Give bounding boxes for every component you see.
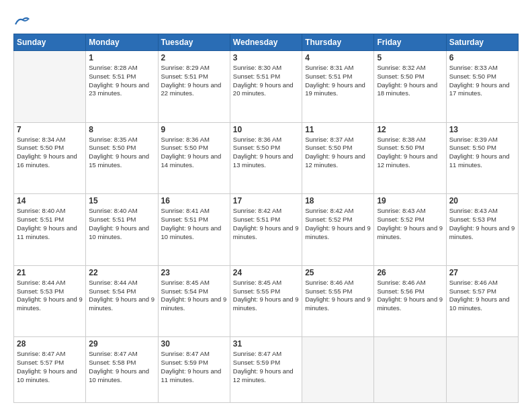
calendar-cell: 4Sunrise: 8:31 AMSunset: 5:51 PMDaylight…: [302, 51, 374, 123]
day-number: 10: [233, 125, 299, 134]
day-number: 24: [233, 268, 299, 277]
day-number: 17: [233, 196, 299, 205]
calendar-cell: 5Sunrise: 8:32 AMSunset: 5:50 PMDaylight…: [374, 51, 446, 123]
cell-info: Sunrise: 8:37 AMSunset: 5:50 PMDaylight:…: [305, 136, 371, 170]
calendar-cell: 29Sunrise: 8:47 AMSunset: 5:58 PMDayligh…: [86, 337, 158, 403]
cell-info: Sunrise: 8:47 AMSunset: 5:59 PMDaylight:…: [233, 350, 299, 384]
day-number: 23: [161, 268, 227, 277]
day-number: 8: [89, 125, 154, 134]
cell-info: Sunrise: 8:34 AMSunset: 5:50 PMDaylight:…: [17, 136, 83, 170]
calendar-cell: [14, 51, 86, 123]
calendar-week-1: 1Sunrise: 8:28 AMSunset: 5:51 PMDaylight…: [14, 51, 519, 123]
calendar-cell: 24Sunrise: 8:45 AMSunset: 5:55 PMDayligh…: [230, 265, 302, 337]
cell-info: Sunrise: 8:36 AMSunset: 5:50 PMDaylight:…: [233, 136, 299, 170]
cell-info: Sunrise: 8:43 AMSunset: 5:53 PMDaylight:…: [449, 207, 515, 241]
calendar-week-4: 21Sunrise: 8:44 AMSunset: 5:53 PMDayligh…: [14, 265, 519, 337]
weekday-header-sunday: Sunday: [14, 34, 86, 51]
day-number: 15: [89, 196, 154, 205]
weekday-header-wednesday: Wednesday: [230, 34, 302, 51]
header: [13, 11, 519, 27]
calendar-cell: 26Sunrise: 8:46 AMSunset: 5:56 PMDayligh…: [374, 265, 446, 337]
day-number: 31: [233, 339, 299, 349]
calendar-cell: 10Sunrise: 8:36 AMSunset: 5:50 PMDayligh…: [230, 122, 302, 194]
cell-info: Sunrise: 8:45 AMSunset: 5:55 PMDaylight:…: [233, 279, 299, 313]
cell-info: Sunrise: 8:35 AMSunset: 5:50 PMDaylight:…: [89, 136, 154, 170]
day-number: 12: [377, 125, 443, 134]
cell-info: Sunrise: 8:42 AMSunset: 5:52 PMDaylight:…: [305, 207, 371, 241]
calendar-cell: 18Sunrise: 8:42 AMSunset: 5:52 PMDayligh…: [302, 194, 374, 266]
day-number: 26: [377, 268, 443, 277]
cell-info: Sunrise: 8:44 AMSunset: 5:54 PMDaylight:…: [89, 279, 154, 313]
cell-info: Sunrise: 8:29 AMSunset: 5:51 PMDaylight:…: [161, 64, 227, 98]
cell-info: Sunrise: 8:41 AMSunset: 5:51 PMDaylight:…: [161, 207, 227, 241]
calendar-cell: 15Sunrise: 8:40 AMSunset: 5:51 PMDayligh…: [86, 194, 158, 266]
cell-info: Sunrise: 8:33 AMSunset: 5:50 PMDaylight:…: [449, 64, 515, 98]
calendar-cell: 1Sunrise: 8:28 AMSunset: 5:51 PMDaylight…: [86, 51, 158, 123]
cell-info: Sunrise: 8:28 AMSunset: 5:51 PMDaylight:…: [89, 64, 154, 98]
day-number: 16: [161, 196, 227, 205]
day-number: 11: [305, 125, 371, 134]
cell-info: Sunrise: 8:47 AMSunset: 5:59 PMDaylight:…: [161, 350, 227, 384]
day-number: 18: [305, 196, 371, 205]
cell-info: Sunrise: 8:40 AMSunset: 5:51 PMDaylight:…: [17, 207, 83, 241]
calendar-cell: 16Sunrise: 8:41 AMSunset: 5:51 PMDayligh…: [158, 194, 230, 266]
day-number: 20: [449, 196, 515, 205]
calendar-cell: 19Sunrise: 8:43 AMSunset: 5:52 PMDayligh…: [374, 194, 446, 266]
calendar-cell: [374, 337, 446, 403]
calendar-cell: 2Sunrise: 8:29 AMSunset: 5:51 PMDaylight…: [158, 51, 230, 123]
cell-info: Sunrise: 8:47 AMSunset: 5:57 PMDaylight:…: [17, 350, 83, 384]
cell-info: Sunrise: 8:38 AMSunset: 5:50 PMDaylight:…: [377, 136, 443, 170]
calendar-cell: 11Sunrise: 8:37 AMSunset: 5:50 PMDayligh…: [302, 122, 374, 194]
calendar-cell: 22Sunrise: 8:44 AMSunset: 5:54 PMDayligh…: [86, 265, 158, 337]
cell-info: Sunrise: 8:47 AMSunset: 5:58 PMDaylight:…: [89, 350, 154, 384]
cell-info: Sunrise: 8:31 AMSunset: 5:51 PMDaylight:…: [305, 64, 371, 98]
cell-info: Sunrise: 8:46 AMSunset: 5:57 PMDaylight:…: [449, 279, 515, 313]
cell-info: Sunrise: 8:36 AMSunset: 5:50 PMDaylight:…: [161, 136, 227, 170]
day-number: 25: [305, 268, 371, 277]
cell-info: Sunrise: 8:46 AMSunset: 5:56 PMDaylight:…: [377, 279, 443, 313]
cell-info: Sunrise: 8:46 AMSunset: 5:55 PMDaylight:…: [305, 279, 371, 313]
day-number: 13: [449, 125, 515, 134]
calendar-cell: 3Sunrise: 8:30 AMSunset: 5:51 PMDaylight…: [230, 51, 302, 123]
calendar-cell: 27Sunrise: 8:46 AMSunset: 5:57 PMDayligh…: [446, 265, 518, 337]
cell-info: Sunrise: 8:40 AMSunset: 5:51 PMDaylight:…: [89, 207, 154, 241]
weekday-header-monday: Monday: [86, 34, 158, 51]
day-number: 5: [377, 53, 443, 62]
calendar-week-2: 7Sunrise: 8:34 AMSunset: 5:50 PMDaylight…: [14, 122, 519, 194]
weekday-header-saturday: Saturday: [446, 34, 518, 51]
calendar-cell: 20Sunrise: 8:43 AMSunset: 5:53 PMDayligh…: [446, 194, 518, 266]
weekday-header-row: SundayMondayTuesdayWednesdayThursdayFrid…: [14, 34, 519, 51]
calendar-cell: [446, 337, 518, 403]
calendar-week-5: 28Sunrise: 8:47 AMSunset: 5:57 PMDayligh…: [14, 337, 519, 403]
day-number: 2: [161, 53, 227, 62]
calendar-cell: 23Sunrise: 8:45 AMSunset: 5:54 PMDayligh…: [158, 265, 230, 337]
day-number: 19: [377, 196, 443, 205]
calendar-table: SundayMondayTuesdayWednesdayThursdayFrid…: [13, 34, 519, 403]
calendar-cell: 12Sunrise: 8:38 AMSunset: 5:50 PMDayligh…: [374, 122, 446, 194]
cell-info: Sunrise: 8:43 AMSunset: 5:52 PMDaylight:…: [377, 207, 443, 241]
calendar-cell: 31Sunrise: 8:47 AMSunset: 5:59 PMDayligh…: [230, 337, 302, 403]
calendar-cell: 30Sunrise: 8:47 AMSunset: 5:59 PMDayligh…: [158, 337, 230, 403]
calendar-cell: 28Sunrise: 8:47 AMSunset: 5:57 PMDayligh…: [14, 337, 86, 403]
calendar-cell: 7Sunrise: 8:34 AMSunset: 5:50 PMDaylight…: [14, 122, 86, 194]
calendar-cell: 9Sunrise: 8:36 AMSunset: 5:50 PMDaylight…: [158, 122, 230, 194]
day-number: 30: [161, 339, 227, 349]
weekday-header-tuesday: Tuesday: [158, 34, 230, 51]
calendar-cell: [302, 337, 374, 403]
calendar-cell: 21Sunrise: 8:44 AMSunset: 5:53 PMDayligh…: [14, 265, 86, 337]
calendar-cell: 6Sunrise: 8:33 AMSunset: 5:50 PMDaylight…: [446, 51, 518, 123]
cell-info: Sunrise: 8:42 AMSunset: 5:51 PMDaylight:…: [233, 207, 299, 241]
calendar-week-3: 14Sunrise: 8:40 AMSunset: 5:51 PMDayligh…: [14, 194, 519, 266]
day-number: 14: [17, 196, 83, 205]
logo-icon: [15, 15, 30, 27]
weekday-header-friday: Friday: [374, 34, 446, 51]
day-number: 4: [305, 53, 371, 62]
page: SundayMondayTuesdayWednesdayThursdayFrid…: [0, 0, 532, 411]
day-number: 6: [449, 53, 515, 62]
day-number: 22: [89, 268, 154, 277]
logo: [13, 13, 30, 27]
day-number: 29: [89, 339, 154, 349]
day-number: 3: [233, 53, 299, 62]
cell-info: Sunrise: 8:32 AMSunset: 5:50 PMDaylight:…: [377, 64, 443, 98]
calendar-cell: 14Sunrise: 8:40 AMSunset: 5:51 PMDayligh…: [14, 194, 86, 266]
